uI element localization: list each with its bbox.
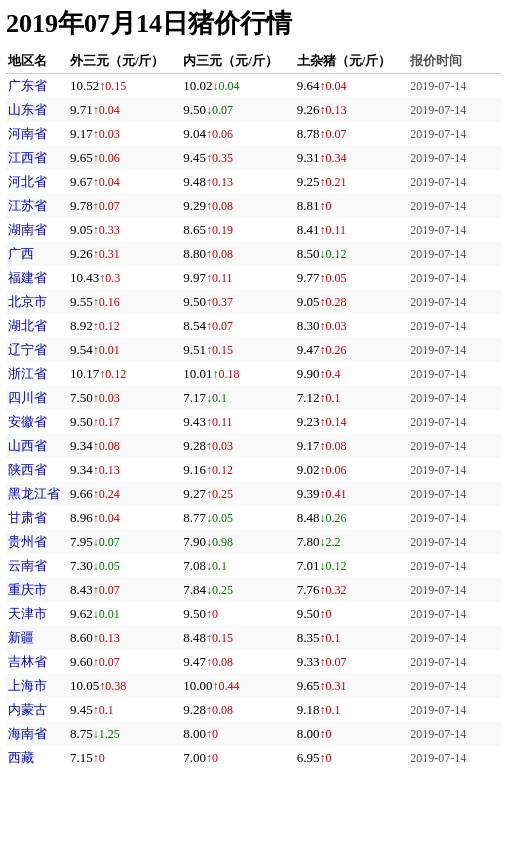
inner-price-cell: 8.77↓0.05 xyxy=(181,506,294,530)
region-cell: 天津市 xyxy=(6,602,68,626)
date-cell: 2019-07-14 xyxy=(408,338,501,362)
date-cell: 2019-07-14 xyxy=(408,98,501,122)
date-cell: 2019-07-14 xyxy=(408,362,501,386)
table-row: 黑龙江省 9.66↑0.24 9.27↑0.25 9.39↑0.41 2019-… xyxy=(6,482,501,506)
inner-price-cell: 9.50↑0 xyxy=(181,602,294,626)
table-row: 辽宁省 9.54↑0.01 9.51↑0.15 9.47↑0.26 2019-0… xyxy=(6,338,501,362)
local-price-cell: 9.31↑0.34 xyxy=(295,146,408,170)
outer-price-cell: 10.05↑0.38 xyxy=(68,674,181,698)
local-price-cell: 9.64↑0.04 xyxy=(295,74,408,99)
local-price-cell: 9.47↑0.26 xyxy=(295,338,408,362)
local-price-cell: 8.41↑0.11 xyxy=(295,218,408,242)
outer-price-cell: 9.34↑0.08 xyxy=(68,434,181,458)
date-cell: 2019-07-14 xyxy=(408,434,501,458)
table-row: 云南省 7.30↓0.05 7.08↓0.1 7.01↓0.12 2019-07… xyxy=(6,554,501,578)
inner-price-cell: 10.01↑0.18 xyxy=(181,362,294,386)
local-price-cell: 9.25↑0.21 xyxy=(295,170,408,194)
inner-price-cell: 7.90↓0.98 xyxy=(181,530,294,554)
local-price-cell: 9.65↑0.31 xyxy=(295,674,408,698)
table-row: 重庆市 8.43↑0.07 7.84↓0.25 7.76↑0.32 2019-0… xyxy=(6,578,501,602)
region-cell: 山东省 xyxy=(6,98,68,122)
table-row: 广西 9.26↑0.31 8.80↑0.08 8.50↓0.12 2019-07… xyxy=(6,242,501,266)
local-price-cell: 9.77↑0.05 xyxy=(295,266,408,290)
local-price-cell: 8.50↓0.12 xyxy=(295,242,408,266)
region-cell: 山西省 xyxy=(6,434,68,458)
inner-price-cell: 7.17↓0.1 xyxy=(181,386,294,410)
inner-price-cell: 9.48↑0.13 xyxy=(181,170,294,194)
date-cell: 2019-07-14 xyxy=(408,266,501,290)
table-row: 江苏省 9.78↑0.07 9.29↑0.08 8.81↑0 2019-07-1… xyxy=(6,194,501,218)
inner-price-cell: 9.29↑0.08 xyxy=(181,194,294,218)
region-cell: 甘肃省 xyxy=(6,506,68,530)
outer-price-cell: 9.71↑0.04 xyxy=(68,98,181,122)
price-table: 地区名 外三元（元/斤） 内三元（元/斤） 土杂猪（元/斤） 报价时间 广东省 … xyxy=(6,49,501,770)
date-cell: 2019-07-14 xyxy=(408,530,501,554)
date-cell: 2019-07-14 xyxy=(408,674,501,698)
local-price-cell: 9.33↑0.07 xyxy=(295,650,408,674)
local-price-cell: 9.05↑0.28 xyxy=(295,290,408,314)
local-price-cell: 9.23↑0.14 xyxy=(295,410,408,434)
date-cell: 2019-07-14 xyxy=(408,194,501,218)
date-cell: 2019-07-14 xyxy=(408,290,501,314)
date-cell: 2019-07-14 xyxy=(408,626,501,650)
outer-price-cell: 8.75↓1.25 xyxy=(68,722,181,746)
outer-price-cell: 9.05↑0.33 xyxy=(68,218,181,242)
outer-price-cell: 7.30↓0.05 xyxy=(68,554,181,578)
outer-price-cell: 9.67↑0.04 xyxy=(68,170,181,194)
inner-price-cell: 8.65↑0.19 xyxy=(181,218,294,242)
inner-price-cell: 10.00↑0.44 xyxy=(181,674,294,698)
region-cell: 广东省 xyxy=(6,74,68,99)
date-cell: 2019-07-14 xyxy=(408,554,501,578)
table-row: 西藏 7.15↑0 7.00↑0 6.95↑0 2019-07-14 xyxy=(6,746,501,770)
date-cell: 2019-07-14 xyxy=(408,386,501,410)
local-price-cell: 9.90↑0.4 xyxy=(295,362,408,386)
region-cell: 广西 xyxy=(6,242,68,266)
outer-price-cell: 7.50↑0.03 xyxy=(68,386,181,410)
table-row: 广东省 10.52↑0.15 10.02↓0.04 9.64↑0.04 2019… xyxy=(6,74,501,99)
inner-price-cell: 8.80↑0.08 xyxy=(181,242,294,266)
region-cell: 新疆 xyxy=(6,626,68,650)
outer-price-cell: 10.17↑0.12 xyxy=(68,362,181,386)
date-cell: 2019-07-14 xyxy=(408,314,501,338)
date-cell: 2019-07-14 xyxy=(408,122,501,146)
outer-price-cell: 9.66↑0.24 xyxy=(68,482,181,506)
date-cell: 2019-07-14 xyxy=(408,722,501,746)
page-title: 2019年07月14日猪价行情 xyxy=(6,8,501,39)
outer-price-cell: 8.92↑0.12 xyxy=(68,314,181,338)
table-row: 甘肃省 8.96↑0.04 8.77↓0.05 8.48↓0.26 2019-0… xyxy=(6,506,501,530)
region-cell: 湖北省 xyxy=(6,314,68,338)
inner-price-cell: 9.47↑0.08 xyxy=(181,650,294,674)
region-cell: 河北省 xyxy=(6,170,68,194)
local-price-cell: 7.12↑0.1 xyxy=(295,386,408,410)
table-row: 北京市 9.55↑0.16 9.50↑0.37 9.05↑0.28 2019-0… xyxy=(6,290,501,314)
region-cell: 吉林省 xyxy=(6,650,68,674)
region-cell: 北京市 xyxy=(6,290,68,314)
table-row: 江西省 9.65↑0.06 9.45↑0.35 9.31↑0.34 2019-0… xyxy=(6,146,501,170)
header-region: 地区名 xyxy=(6,49,68,74)
header-outer: 外三元（元/斤） xyxy=(68,49,181,74)
date-cell: 2019-07-14 xyxy=(408,74,501,99)
region-cell: 黑龙江省 xyxy=(6,482,68,506)
region-cell: 贵州省 xyxy=(6,530,68,554)
local-price-cell: 7.80↓2.2 xyxy=(295,530,408,554)
table-row: 浙江省 10.17↑0.12 10.01↑0.18 9.90↑0.4 2019-… xyxy=(6,362,501,386)
table-row: 陕西省 9.34↑0.13 9.16↑0.12 9.02↑0.06 2019-0… xyxy=(6,458,501,482)
date-cell: 2019-07-14 xyxy=(408,242,501,266)
outer-price-cell: 10.52↑0.15 xyxy=(68,74,181,99)
local-price-cell: 8.00↑0 xyxy=(295,722,408,746)
table-row: 福建省 10.43↑0.3 9.97↑0.11 9.77↑0.05 2019-0… xyxy=(6,266,501,290)
local-price-cell: 8.81↑0 xyxy=(295,194,408,218)
outer-price-cell: 8.43↑0.07 xyxy=(68,578,181,602)
region-cell: 陕西省 xyxy=(6,458,68,482)
table-row: 天津市 9.62↓0.01 9.50↑0 9.50↑0 2019-07-14 xyxy=(6,602,501,626)
inner-price-cell: 7.08↓0.1 xyxy=(181,554,294,578)
table-row: 吉林省 9.60↑0.07 9.47↑0.08 9.33↑0.07 2019-0… xyxy=(6,650,501,674)
region-cell: 云南省 xyxy=(6,554,68,578)
inner-price-cell: 10.02↓0.04 xyxy=(181,74,294,99)
region-cell: 江苏省 xyxy=(6,194,68,218)
date-cell: 2019-07-14 xyxy=(408,218,501,242)
outer-price-cell: 9.65↑0.06 xyxy=(68,146,181,170)
inner-price-cell: 9.43↑0.11 xyxy=(181,410,294,434)
table-row: 山东省 9.71↑0.04 9.50↓0.07 9.26↑0.13 2019-0… xyxy=(6,98,501,122)
inner-price-cell: 9.50↓0.07 xyxy=(181,98,294,122)
